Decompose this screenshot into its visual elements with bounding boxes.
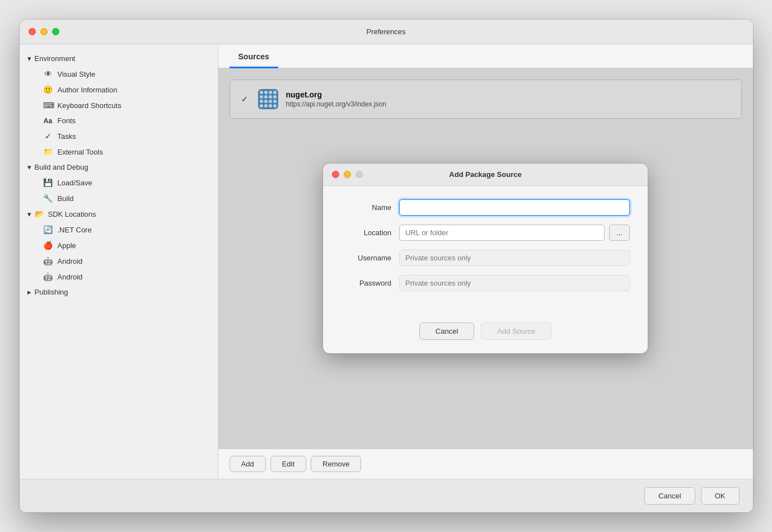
footer-ok-button[interactable]: OK [701,487,740,505]
fonts-icon: Aa [43,117,53,125]
sidebar-item-visual-style[interactable]: 👁 Visual Style [20,66,218,82]
sidebar-item-android-1[interactable]: 🤖 Android [20,253,218,269]
modal-cancel-button[interactable]: Cancel [419,323,474,340]
window-title: Preferences [366,27,405,36]
sidebar-group-publishing[interactable]: ▸ Publishing [20,284,218,300]
form-row-name: Name [341,199,630,216]
folder-icon: 📁 [43,147,53,156]
form-row-location: Location ... [341,225,630,241]
add-package-source-modal: Add Package Source Name Location [323,164,648,353]
chevron-down-icon-3: ▾ [27,210,31,218]
add-button[interactable]: Add [230,456,266,472]
modal-body: Name Location ... [323,186,648,314]
form-row-username: Username [341,250,630,266]
sidebar-item-visual-style-label: Visual Style [58,70,96,78]
window-controls [29,28,59,35]
smiley-icon: 🙂 [43,85,53,94]
check-icon: ✓ [43,132,53,141]
sidebar-group-build-debug-label: Build and Debug [35,163,88,171]
footer-cancel-button[interactable]: Cancel [644,487,695,505]
sidebar-item-dotnet-core[interactable]: 🔄 .NET Core [20,222,218,237]
modal-close-button[interactable] [332,171,339,178]
password-input[interactable] [399,275,630,291]
content-area: ✓ nuget.org https://api.nuget.org/v [218,68,753,449]
sidebar-item-build[interactable]: 🔧 Build [20,190,218,206]
android-icon-1: 🤖 [43,256,53,265]
sidebar-item-author-information-label: Author Information [58,86,118,94]
window-footer: Cancel OK [20,479,753,512]
sidebar-item-tasks-label: Tasks [58,132,76,141]
sidebar-group-publishing-label: Publishing [35,288,68,296]
sidebar-item-android-2[interactable]: 🤖 Android [20,269,218,284]
preferences-window: Preferences ▾ Environment 👁 Visual Style… [20,20,753,512]
android-icon-2: 🤖 [43,272,53,281]
sidebar-item-android-1-label: Android [58,257,83,265]
sidebar-item-external-tools[interactable]: 📁 External Tools [20,144,218,160]
modal-add-source-button[interactable]: Add Source [481,323,551,340]
bottom-bar: Add Edit Remove [218,449,753,479]
sidebar-group-environment[interactable]: ▾ Environment [20,51,218,66]
sidebar: ▾ Environment 👁 Visual Style 🙂 Author In… [20,44,218,479]
edit-button[interactable]: Edit [270,456,306,472]
sidebar-item-apple[interactable]: 🍎 Apple [20,237,218,253]
form-row-password: Password [341,275,630,291]
window-body: ▾ Environment 👁 Visual Style 🙂 Author In… [20,44,753,479]
location-input-group: ... [399,225,630,241]
modal-maximize-button[interactable] [355,171,363,178]
wrench-icon: 🔧 [43,194,53,203]
sidebar-item-build-label: Build [58,194,74,203]
main-content: Sources ✓ [218,44,753,479]
sidebar-item-fonts-label: Fonts [58,116,76,125]
chevron-right-icon: ▸ [27,288,31,296]
password-label: Password [341,279,391,287]
minimize-button[interactable] [40,28,48,35]
chevron-down-icon: ▾ [27,54,31,63]
eye-icon: 👁 [43,69,53,78]
username-input[interactable] [399,250,630,266]
remove-button[interactable]: Remove [311,456,361,472]
sidebar-group-build-debug[interactable]: ▾ Build and Debug [20,160,218,175]
modal-footer: Cancel Add Source [323,314,648,353]
sidebar-item-author-information[interactable]: 🙂 Author Information [20,82,218,97]
sidebar-group-environment-label: Environment [35,54,76,63]
location-label: Location [341,228,391,237]
titlebar: Preferences [20,20,753,44]
tabs-header: Sources [218,44,753,68]
tab-sources[interactable]: Sources [230,44,278,68]
modal-minimize-button[interactable] [344,171,351,178]
sidebar-item-fonts[interactable]: Aa Fonts [20,113,218,128]
sidebar-item-android-2-label: Android [58,273,83,281]
browse-button[interactable]: ... [609,225,630,241]
maximize-button[interactable] [52,28,59,35]
dotnet-icon: 🔄 [43,225,53,234]
name-input[interactable] [399,199,630,216]
sidebar-item-external-tools-label: External Tools [58,148,103,156]
folder-filled-icon: 📂 [35,209,45,218]
name-label: Name [341,203,391,212]
save-icon: 💾 [43,178,53,187]
close-button[interactable] [29,28,36,35]
keyboard-icon: ⌨ [43,101,53,110]
sidebar-item-load-save[interactable]: 💾 Load/Save [20,175,218,190]
apple-icon: 🍎 [43,241,53,250]
chevron-down-icon-2: ▾ [27,163,31,171]
modal-titlebar: Add Package Source [323,164,648,186]
sidebar-item-load-save-label: Load/Save [58,179,92,187]
sidebar-item-apple-label: Apple [58,241,76,250]
location-input[interactable] [399,225,605,241]
modal-title: Add Package Source [449,170,521,179]
modal-window-controls [332,171,363,178]
modal-overlay: Add Package Source Name Location [218,68,753,449]
sidebar-group-sdk-locations[interactable]: ▾ 📂 SDK Locations [20,206,218,222]
username-label: Username [341,254,391,262]
sidebar-item-keyboard-shortcuts-label: Keyboard Shortcuts [58,101,121,110]
sidebar-item-tasks[interactable]: ✓ Tasks [20,128,218,144]
sidebar-item-keyboard-shortcuts[interactable]: ⌨ Keyboard Shortcuts [20,97,218,113]
sidebar-group-sdk-locations-label: SDK Locations [48,210,96,218]
sidebar-item-dotnet-core-label: .NET Core [58,226,92,234]
